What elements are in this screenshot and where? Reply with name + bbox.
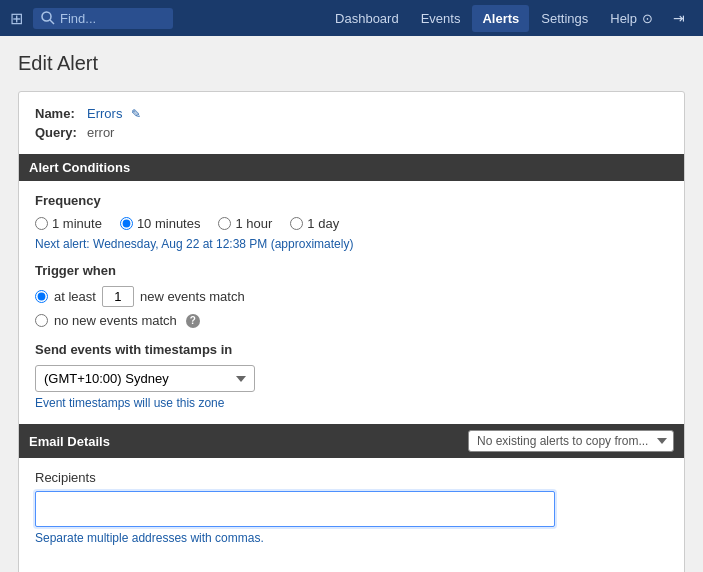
- name-row: Name: Errors ✎: [35, 106, 668, 121]
- search-icon: [41, 11, 55, 25]
- search-bar[interactable]: Find...: [33, 8, 173, 29]
- svg-line-1: [50, 20, 54, 24]
- nav-alerts[interactable]: Alerts: [472, 5, 529, 32]
- search-placeholder: Find...: [60, 11, 96, 26]
- freq-10min-radio[interactable]: [120, 217, 133, 230]
- topnav: ⊞ Find... Dashboard Events Alerts Settin…: [0, 0, 703, 36]
- footer-bar: Save Changes Send Test Data Deactivate D…: [35, 563, 668, 572]
- nav-dashboard[interactable]: Dashboard: [325, 5, 409, 32]
- trigger-no-new-row: no new events match ?: [35, 313, 668, 328]
- page-title: Edit Alert: [18, 52, 685, 75]
- freq-1day[interactable]: 1 day: [290, 216, 339, 231]
- edit-alert-card: Name: Errors ✎ Query: error Alert Condit…: [18, 91, 685, 572]
- query-label: Query:: [35, 125, 87, 140]
- frequency-radio-group: 1 minute 10 minutes 1 hour 1 day: [35, 216, 668, 231]
- at-least-label: at least: [54, 289, 96, 304]
- freq-1hour[interactable]: 1 hour: [218, 216, 272, 231]
- at-least-input[interactable]: 1: [102, 286, 134, 307]
- no-new-label: no new events match: [54, 313, 177, 328]
- freq-10min[interactable]: 10 minutes: [120, 216, 201, 231]
- trigger-at-least-row: at least 1 new events match: [35, 286, 668, 307]
- timezone-label: Send events with timestamps in: [35, 342, 668, 357]
- freq-1min[interactable]: 1 minute: [35, 216, 102, 231]
- alert-info-section: Name: Errors ✎ Query: error: [35, 106, 668, 140]
- nav-events[interactable]: Events: [411, 5, 471, 32]
- timezone-hint: Event timestamps will use this zone: [35, 396, 668, 410]
- query-value: error: [87, 125, 114, 140]
- main-content: Edit Alert Name: Errors ✎ Query: error A…: [0, 36, 703, 572]
- edit-icon[interactable]: ✎: [131, 107, 141, 121]
- next-alert-text: Next alert: Wednesday, Aug 22 at 12:38 P…: [35, 237, 668, 251]
- email-details-header: Email Details No existing alerts to copy…: [19, 424, 684, 458]
- recipients-label: Recipients: [35, 470, 668, 485]
- help-icon[interactable]: ?: [186, 314, 200, 328]
- trigger-section: Trigger when at least 1 new events match…: [35, 263, 668, 328]
- timezone-select[interactable]: (GMT+10:00) Sydney (GMT+00:00) UTC (GMT-…: [35, 365, 255, 392]
- nav-links: Dashboard Events Alerts Settings Help ⊙ …: [325, 4, 693, 32]
- nav-help[interactable]: Help ⊙: [600, 5, 663, 32]
- copy-from-select[interactable]: No existing alerts to copy from...: [468, 430, 674, 452]
- alert-conditions-header: Alert Conditions: [19, 154, 684, 181]
- freq-1hour-radio[interactable]: [218, 217, 231, 230]
- name-value: Errors ✎: [87, 106, 141, 121]
- name-label: Name:: [35, 106, 87, 121]
- nav-settings[interactable]: Settings: [531, 5, 598, 32]
- at-least-suffix: new events match: [140, 289, 245, 304]
- freq-1min-radio[interactable]: [35, 217, 48, 230]
- timezone-section: Send events with timestamps in (GMT+10:0…: [35, 342, 668, 410]
- svg-point-0: [42, 12, 51, 21]
- logout-icon[interactable]: ⇥: [665, 4, 693, 32]
- copy-dropdown: No existing alerts to copy from...: [468, 430, 674, 452]
- trigger-at-least-radio[interactable]: [35, 290, 48, 303]
- recipients-hint: Separate multiple addresses with commas.: [35, 531, 668, 545]
- trigger-no-new-radio[interactable]: [35, 314, 48, 327]
- recipients-section: Recipients Separate multiple addresses w…: [35, 470, 668, 545]
- frequency-label: Frequency: [35, 193, 668, 208]
- grid-icon[interactable]: ⊞: [10, 9, 23, 28]
- freq-1day-radio[interactable]: [290, 217, 303, 230]
- query-row: Query: error: [35, 125, 668, 140]
- recipients-input[interactable]: [35, 491, 555, 527]
- name-link[interactable]: Errors: [87, 106, 122, 121]
- trigger-label: Trigger when: [35, 263, 668, 278]
